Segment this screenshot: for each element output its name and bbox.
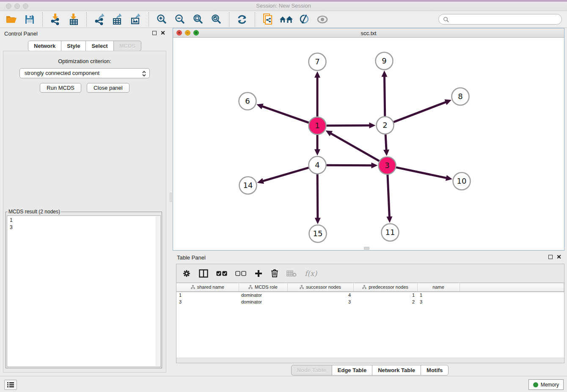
home-icon[interactable]: [279, 13, 293, 26]
search-input[interactable]: [451, 16, 557, 22]
svg-text:14: 14: [243, 181, 253, 190]
memory-button[interactable]: Memory: [528, 379, 564, 390]
tab-node-table[interactable]: Node Table: [291, 365, 332, 375]
float-panel-icon[interactable]: [548, 255, 553, 259]
tab-network-table[interactable]: Network Table: [372, 365, 421, 375]
graph-node-4[interactable]: 4: [309, 157, 326, 174]
graph-edge[interactable]: [394, 102, 447, 122]
add-column-icon[interactable]: [254, 268, 263, 279]
import-table-icon[interactable]: [66, 13, 81, 26]
svg-text:15: 15: [313, 229, 323, 238]
svg-text:3: 3: [385, 161, 389, 170]
toolbar-separator: [149, 12, 149, 27]
float-panel-icon[interactable]: [152, 31, 157, 35]
table-row[interactable]: 3 dominator 3 2 3: [176, 298, 564, 305]
list-icon: [7, 382, 14, 388]
panel-splitter[interactable]: [169, 28, 173, 376]
column-header-successor-nodes[interactable]: successor nodes: [287, 283, 353, 292]
task-history-button[interactable]: [4, 380, 17, 390]
export-image-icon[interactable]: [129, 13, 143, 26]
hide-selected-icon[interactable]: [297, 13, 311, 26]
zoom-in-icon[interactable]: [154, 13, 169, 26]
network-from-file-icon[interactable]: [261, 13, 275, 26]
table-row[interactable]: 1 dominator 4 1 1: [176, 292, 564, 298]
graph-node-9[interactable]: 9: [376, 52, 393, 70]
graph-node-2[interactable]: 2: [377, 117, 394, 134]
graph-node-8[interactable]: 8: [452, 88, 469, 105]
app-title: Session: New Session: [0, 3, 567, 9]
zoom-fit-icon[interactable]: [191, 13, 205, 26]
delete-trash-icon[interactable]: [271, 268, 278, 279]
graph-edge[interactable]: [330, 133, 379, 161]
node-table-container: f(x) shared name MCDS role successor nod…: [176, 264, 564, 363]
graph-node-10[interactable]: 10: [453, 173, 471, 190]
graph-edge[interactable]: [388, 174, 390, 218]
column-pane-icon[interactable]: [199, 268, 208, 279]
close-panel-icon[interactable]: [556, 254, 561, 259]
column-header-shared-name[interactable]: shared name: [176, 283, 239, 292]
graph-edge[interactable]: [261, 106, 309, 122]
tab-network[interactable]: Network: [28, 41, 61, 51]
column-header-predecessor-nodes[interactable]: predecessor nodes: [353, 283, 417, 292]
show-all-icon[interactable]: [315, 13, 330, 26]
run-mcds-button[interactable]: Run MCDS: [40, 83, 81, 93]
export-network-icon[interactable]: [92, 13, 107, 26]
network-window-titlebar[interactable]: × − + scc.txt: [173, 28, 564, 38]
graph-node-11[interactable]: 11: [382, 224, 399, 241]
graph-edge[interactable]: [262, 168, 308, 181]
tab-edge-table[interactable]: Edge Table: [332, 365, 372, 375]
graph-edge[interactable]: [326, 125, 370, 126]
graph-edge[interactable]: [317, 174, 318, 219]
network-graph[interactable]: 7968124314101511: [173, 38, 564, 250]
table-settings-gear-icon[interactable]: [182, 268, 191, 279]
graph-node-7[interactable]: 7: [309, 53, 326, 71]
select-all-icon[interactable]: [216, 268, 227, 279]
svg-text:1: 1: [315, 121, 319, 130]
tab-mcds[interactable]: MCDS: [113, 41, 141, 51]
save-session-icon[interactable]: [22, 13, 37, 26]
apply-layout-icon[interactable]: [235, 13, 249, 26]
import-network-icon[interactable]: [48, 13, 63, 26]
column-header-mcds-role[interactable]: MCDS role: [239, 283, 287, 292]
graph-edge[interactable]: [396, 167, 447, 178]
chevron-updown-icon: [142, 70, 146, 80]
network-window: × − + scc.txt 7968124314101511: [173, 28, 564, 251]
graph-node-3[interactable]: 3: [379, 157, 396, 174]
graph-node-15[interactable]: 15: [309, 225, 327, 243]
close-panel-icon[interactable]: [160, 30, 165, 35]
graph-edge[interactable]: [385, 134, 386, 151]
network-view[interactable]: 7968124314101511: [173, 38, 564, 250]
tab-motifs[interactable]: Motifs: [421, 365, 449, 375]
svg-text:4: 4: [315, 160, 319, 169]
splitter-grip[interactable]: [170, 193, 172, 202]
edge-arrowhead: [314, 72, 320, 78]
result-scrollbar[interactable]: [156, 216, 160, 366]
edge-arrowhead: [315, 218, 321, 224]
deselect-all-icon[interactable]: [235, 268, 246, 279]
export-table-icon[interactable]: [110, 13, 125, 26]
open-session-icon[interactable]: [4, 13, 19, 26]
zoom-selected-icon[interactable]: [209, 13, 223, 26]
delete-table-icon-disabled: [286, 268, 297, 279]
graph-node-14[interactable]: 14: [239, 177, 257, 194]
edge-arrowhead: [386, 216, 392, 223]
graph-edge[interactable]: [326, 165, 372, 166]
search-field[interactable]: [438, 14, 562, 25]
node-table: shared name MCDS role successor nodes pr…: [176, 283, 564, 305]
graph-edge[interactable]: [384, 75, 385, 116]
zoom-out-icon[interactable]: [173, 13, 187, 26]
mcds-result-text[interactable]: 1 3: [7, 215, 161, 367]
graph-node-1[interactable]: 1: [309, 117, 326, 135]
network-resize-grip[interactable]: [364, 247, 369, 250]
column-header-name[interactable]: name: [417, 283, 460, 292]
toolbar-separator: [255, 12, 255, 27]
svg-text:8: 8: [458, 92, 462, 101]
criterion-dropdown[interactable]: strongly connected component: [19, 68, 150, 78]
graph-node-6[interactable]: 6: [239, 93, 256, 110]
column-type-icon: [191, 285, 195, 289]
close-panel-button[interactable]: Close panel: [87, 83, 129, 93]
tab-select[interactable]: Select: [85, 41, 113, 51]
tab-style[interactable]: Style: [61, 41, 86, 51]
table-panel: Table Panel: [173, 253, 567, 376]
edge-arrowhead: [314, 149, 320, 156]
